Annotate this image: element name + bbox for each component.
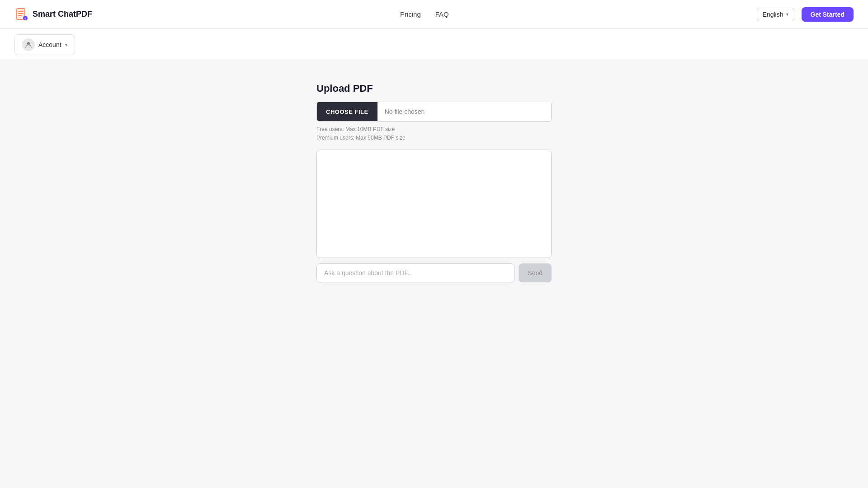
sub-header: Account ▾ — [0, 29, 868, 61]
nav-faq[interactable]: FAQ — [435, 10, 449, 18]
language-chevron-icon: ▾ — [786, 12, 788, 17]
account-chevron-icon: ▾ — [65, 42, 67, 47]
brand-name: Smart ChatPDF — [33, 9, 92, 19]
choose-file-button[interactable]: CHOOSE FILE — [317, 102, 377, 121]
language-selector[interactable]: English ▾ — [757, 8, 794, 21]
get-started-button[interactable]: Get Started — [802, 7, 854, 22]
file-input-row: CHOOSE FILE No file chosen — [316, 102, 552, 122]
question-row: Send — [316, 263, 552, 282]
premium-user-size: Premium users: Max 50MB PDF size — [316, 134, 552, 142]
logo-icon: ? — [14, 7, 29, 22]
question-input[interactable] — [316, 263, 515, 282]
main-header: ? Smart ChatPDF Pricing FAQ English ▾ Ge… — [0, 0, 868, 29]
file-chosen-text: No file chosen — [377, 102, 551, 121]
main-nav: Pricing FAQ — [400, 10, 449, 18]
main-content: Upload PDF CHOOSE FILE No file chosen Fr… — [0, 61, 868, 304]
header-right: English ▾ Get Started — [757, 7, 854, 22]
brand-area: ? Smart ChatPDF — [14, 7, 92, 22]
free-user-size: Free users: Max 10MB PDF size — [316, 125, 552, 134]
account-button[interactable]: Account ▾ — [14, 34, 75, 55]
nav-pricing[interactable]: Pricing — [400, 10, 421, 18]
account-label: Account — [38, 41, 61, 48]
upload-title: Upload PDF — [316, 83, 552, 94]
chat-area — [316, 150, 552, 258]
upload-section: Upload PDF CHOOSE FILE No file chosen Fr… — [316, 83, 552, 150]
svg-point-7 — [27, 42, 30, 45]
account-avatar-icon — [22, 38, 35, 51]
send-button[interactable]: Send — [519, 263, 552, 282]
file-size-info: Free users: Max 10MB PDF size Premium us… — [316, 125, 552, 142]
language-label: English — [763, 11, 783, 18]
svg-text:?: ? — [24, 17, 26, 20]
